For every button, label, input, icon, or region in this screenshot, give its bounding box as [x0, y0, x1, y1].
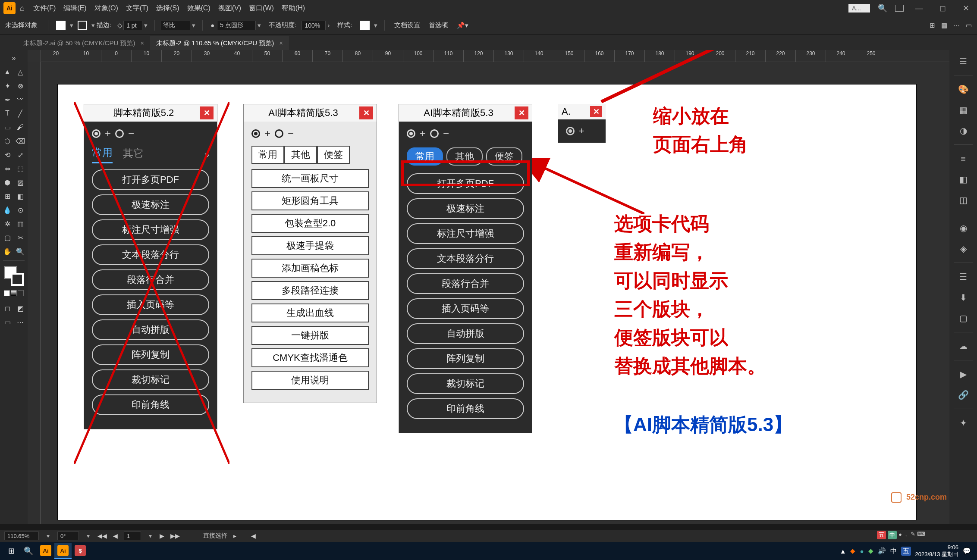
- libraries-panel-icon[interactable]: ☁: [955, 338, 972, 355]
- transform-icon[interactable]: ▦: [941, 22, 947, 29]
- doc-tab-1[interactable]: 未标题-2.ai @ 50 % (CMYK/CPU 预览) ×: [17, 36, 150, 50]
- home-icon[interactable]: ⌂: [20, 4, 25, 13]
- tray-ime-icon-2[interactable]: 五: [901, 547, 911, 556]
- rectangle-tool-icon[interactable]: ▭: [1, 121, 14, 134]
- ime-badge-3[interactable]: ● ，: [898, 531, 909, 539]
- stroke-dropdown-icon[interactable]: ▾: [91, 22, 95, 29]
- artboard-num-input[interactable]: [124, 532, 141, 540]
- ime-badge-2[interactable]: 中: [888, 531, 897, 539]
- menu-effect[interactable]: 效果(C): [187, 4, 210, 13]
- scroll-left-icon[interactable]: ◀: [251, 532, 256, 539]
- panel-52-tab-common[interactable]: 常用: [92, 146, 113, 163]
- brush-select[interactable]: [217, 21, 256, 30]
- mesh-tool-icon[interactable]: ⊞: [1, 190, 14, 203]
- artboard-tool-icon[interactable]: ▢: [1, 231, 14, 244]
- artboards-panel-icon[interactable]: ▢: [955, 310, 972, 327]
- scale-tool-icon[interactable]: ⤢: [14, 148, 27, 161]
- draw-normal-icon[interactable]: ◻: [1, 302, 14, 315]
- radio-selected-icon[interactable]: [92, 129, 101, 138]
- taskbar-app-other[interactable]: $: [72, 543, 89, 559]
- prefs-button[interactable]: 首选项: [424, 20, 452, 30]
- notification-icon[interactable]: 💬: [963, 547, 971, 555]
- menu-object[interactable]: 对象(O): [94, 4, 118, 13]
- btn-page-number-2[interactable]: 插入页码等: [407, 298, 524, 319]
- btn-auto-impose-2[interactable]: 自动拼版: [407, 323, 524, 344]
- more-icon[interactable]: ⋯: [953, 22, 960, 29]
- free-transform-tool-icon[interactable]: ⬚: [14, 162, 27, 175]
- links-panel-icon[interactable]: 🔗: [955, 386, 972, 404]
- radio-icon[interactable]: [115, 129, 124, 138]
- artboard-nav-next-icon[interactable]: ▶▶: [170, 532, 180, 539]
- workspace-switcher-icon[interactable]: [895, 5, 904, 12]
- doc-tab-1-close-icon[interactable]: ×: [141, 39, 145, 47]
- btn-cmyk-pantone[interactable]: CMYK查找潘通色: [251, 348, 369, 367]
- maximize-icon[interactable]: ◻: [935, 3, 950, 13]
- graphic-styles-panel-icon[interactable]: ◈: [955, 240, 972, 257]
- panel-53-light-tab-notes[interactable]: 便签: [317, 146, 350, 164]
- btn-array-copy[interactable]: 阵列复制: [92, 344, 209, 365]
- line-tool-icon[interactable]: ╱: [14, 107, 27, 120]
- transparency-panel-icon[interactable]: ◫: [955, 191, 972, 209]
- tray-icon-2[interactable]: ◆: [850, 547, 855, 555]
- pen-tool-icon[interactable]: ✒: [1, 93, 14, 106]
- artboard-nav-next1-icon[interactable]: ▶: [160, 532, 164, 539]
- btn-bleed-line[interactable]: 生成出血线: [251, 303, 369, 322]
- panel-53-dark-close-icon[interactable]: ✕: [515, 106, 528, 119]
- zoom-tool-icon[interactable]: 🔍: [14, 245, 27, 258]
- btn-handbag[interactable]: 极速手提袋: [251, 236, 369, 255]
- menu-help[interactable]: 帮助(H): [282, 4, 305, 13]
- lasso-tool-icon[interactable]: ⊗: [14, 79, 27, 92]
- none-mode-icon[interactable]: [18, 290, 24, 296]
- tray-ime-icon-1[interactable]: 中: [890, 547, 897, 555]
- selection-tool-icon[interactable]: ▲: [1, 66, 14, 78]
- ime-badge-4[interactable]: ✎ ⌨: [911, 531, 925, 539]
- taskbar-clock[interactable]: 9:06 2023/8/13 星期日: [915, 544, 958, 557]
- curvature-tool-icon[interactable]: 〰: [14, 93, 27, 106]
- radio-icon[interactable]: [430, 129, 439, 138]
- shaper-tool-icon[interactable]: ⬡: [1, 135, 14, 147]
- btn-add-color-marks[interactable]: 添加画稿色标: [251, 259, 369, 278]
- search-box[interactable]: A...: [848, 4, 870, 13]
- layers-panel-icon[interactable]: ☰: [955, 268, 972, 285]
- artboard-nav-prev1-icon[interactable]: ◀: [113, 532, 118, 539]
- menu-file[interactable]: 文件(F): [33, 4, 56, 13]
- taskbar-app-ai-2[interactable]: Ai: [54, 543, 72, 559]
- menu-window[interactable]: 窗口(W): [249, 4, 274, 13]
- doc-tab-2-close-icon[interactable]: ×: [279, 39, 283, 47]
- btn-box-type[interactable]: 包装盒型2.0: [251, 214, 369, 233]
- btn-para-merge-2[interactable]: 段落行合并: [407, 273, 524, 294]
- btn-quick-annotate-2[interactable]: 极速标注: [407, 198, 524, 219]
- btn-page-number[interactable]: 插入页码等: [92, 294, 209, 315]
- stroke-swatch[interactable]: [78, 21, 87, 30]
- hand-tool-icon[interactable]: ✋: [1, 245, 14, 258]
- btn-text-split[interactable]: 文本段落分行: [92, 244, 209, 265]
- swatches-panel-icon[interactable]: ▦: [955, 101, 972, 119]
- style-swatch[interactable]: [360, 21, 370, 30]
- btn-unify-artboard[interactable]: 统一画板尺寸: [251, 169, 369, 188]
- menu-select[interactable]: 选择(S): [156, 4, 179, 13]
- btn-prepress-marks-2[interactable]: 印前角线: [407, 398, 524, 419]
- symbol-sprayer-tool-icon[interactable]: ✲: [1, 217, 14, 230]
- uniform-select[interactable]: [160, 21, 190, 30]
- blend-tool-icon[interactable]: ⊙: [14, 203, 27, 216]
- appearance-panel-icon[interactable]: ◉: [955, 219, 972, 237]
- panel-53-light-tab-common[interactable]: 常用: [251, 146, 284, 164]
- opacity-input[interactable]: [302, 21, 326, 30]
- color-panel-icon[interactable]: 🎨: [955, 81, 972, 98]
- gradient-panel-icon[interactable]: ◧: [955, 171, 972, 188]
- doc-setup-button[interactable]: 文档设置: [390, 20, 424, 30]
- btn-multi-path-join[interactable]: 多段路径连接: [251, 281, 369, 300]
- draw-behind-icon[interactable]: ◩: [14, 302, 27, 315]
- rotate-tool-icon[interactable]: ⟲: [1, 148, 14, 161]
- status-dropdown-icon[interactable]: ▸: [233, 532, 236, 539]
- panel-52-close-icon[interactable]: ✕: [200, 106, 214, 119]
- btn-open-pdf[interactable]: 打开多页PDF: [92, 169, 209, 190]
- asset-export-panel-icon[interactable]: ⬇: [955, 289, 972, 306]
- menu-view[interactable]: 视图(V): [218, 4, 241, 13]
- btn-prepress-marks[interactable]: 印前角线: [92, 394, 209, 415]
- stroke-weight-input[interactable]: [123, 21, 142, 30]
- menu-edit[interactable]: 编辑(E): [63, 4, 86, 13]
- eyedropper-tool-icon[interactable]: 💧: [1, 203, 14, 216]
- btn-crop-marks-2[interactable]: 裁切标记: [407, 373, 524, 394]
- tray-icon-3[interactable]: ●: [860, 547, 864, 555]
